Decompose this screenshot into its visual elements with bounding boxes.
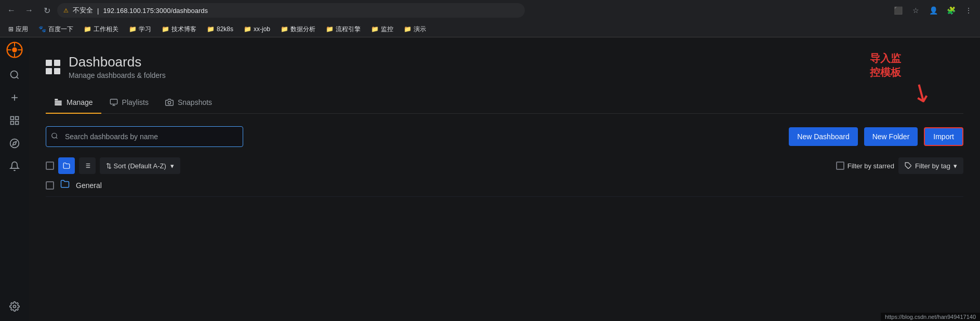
sidebar (0, 37, 29, 321)
address-bar[interactable]: ⚠ 不安全 | 192.168.100.175:3000/dashboards (57, 3, 525, 18)
baidu-icon: 🐾 (38, 25, 46, 33)
menu-icon[interactable]: ⋮ (961, 3, 976, 18)
bookmark-demo[interactable]: 📁 演示 (400, 23, 430, 35)
filter-tag-dropdown[interactable]: Filter by tag ▾ (898, 157, 963, 174)
page-title-row: Dashboards Manage dashboards & folders 导… (46, 54, 963, 79)
sort-dropdown[interactable]: ⇅ Sort (Default A-Z) ▾ (100, 157, 180, 174)
new-dashboard-button[interactable]: New Dashboard (789, 127, 857, 146)
annotation-text: 导入监控模板 (870, 51, 901, 79)
manage-icon (54, 98, 62, 106)
bookmark-monitor[interactable]: 📁 监控 (367, 23, 398, 35)
lock-icon: ⚠ (63, 7, 69, 14)
sidebar-item-add[interactable] (4, 87, 25, 108)
status-bar: https://blog.csdn.net/han949417140 (881, 313, 980, 321)
playlists-icon (110, 98, 118, 106)
extension-icon[interactable]: 🧩 (944, 3, 958, 18)
svg-point-24 (168, 101, 170, 104)
svg-rect-10 (11, 117, 14, 120)
profile-icon[interactable]: 👤 (926, 3, 941, 18)
sidebar-item-explore[interactable] (4, 133, 25, 154)
page-subtitle: Manage dashboards & folders (69, 71, 166, 79)
search-row: New Dashboard New Folder Import (46, 126, 963, 147)
bookmark-icon[interactable]: ☆ (908, 3, 923, 18)
bookmark-data[interactable]: 📁 数据分析 (276, 23, 320, 35)
svg-rect-20 (55, 104, 61, 105)
folder-icon-data: 📁 (281, 25, 288, 33)
folder-name[interactable]: General (76, 181, 102, 190)
bookmark-work[interactable]: 📁 工作相关 (80, 23, 123, 35)
folder-view-button[interactable] (58, 157, 75, 174)
bookmark-xxjob[interactable]: 📁 xx-job (240, 24, 274, 34)
app-container: Dashboards Manage dashboards & folders 导… (0, 37, 980, 321)
browser-actions: ⬛ ☆ 👤 🧩 ⋮ (891, 3, 976, 18)
item-checkbox[interactable] (46, 181, 54, 190)
address-text: 不安全 (73, 6, 93, 15)
sidebar-item-dashboard[interactable] (4, 110, 25, 131)
chevron-down-icon: ▾ (170, 162, 174, 170)
svg-rect-18 (55, 101, 61, 101)
import-button[interactable]: Import (924, 127, 963, 146)
sidebar-item-alerting[interactable] (4, 156, 25, 177)
svg-point-14 (10, 139, 19, 148)
svg-line-7 (17, 77, 19, 79)
folder-icon-work: 📁 (84, 25, 91, 33)
tag-chevron-icon: ▾ (953, 162, 957, 170)
filter-starred-label: Filter by starred (847, 162, 894, 170)
address-url-text: 192.168.100.175:3000/dashboards (103, 7, 208, 15)
svg-point-1 (12, 47, 17, 52)
svg-rect-13 (16, 122, 19, 125)
sidebar-item-search[interactable] (4, 64, 25, 85)
filter-tag-label: Filter by tag (915, 162, 950, 170)
forward-button[interactable]: → (22, 3, 36, 18)
folder-icon-demo: 📁 (404, 25, 412, 33)
folder-icon-flow: 📁 (326, 25, 334, 33)
list-view-button[interactable] (79, 157, 96, 174)
bookmark-k8s[interactable]: 📁 82k8s (203, 24, 237, 34)
main-content: Dashboards Manage dashboards & folders 导… (29, 37, 980, 321)
back-button[interactable]: ← (4, 3, 19, 18)
tab-snapshots-label: Snapshots (178, 98, 212, 106)
bookmark-study[interactable]: 📁 学习 (125, 23, 155, 35)
page-header: Dashboards Manage dashboards & folders 导… (29, 37, 980, 114)
bookmark-flow[interactable]: 📁 流程引擎 (322, 23, 365, 35)
tabs: Manage Playlists Snapshots (46, 92, 963, 114)
folder-icon-blog: 📁 (162, 25, 169, 33)
search-icon (51, 132, 58, 141)
folder-item-icon (60, 179, 70, 191)
svg-rect-21 (110, 99, 117, 104)
grafana-logo[interactable] (6, 42, 23, 58)
svg-line-26 (56, 137, 58, 139)
browser-toolbar: ← → ↻ ⚠ 不安全 | 192.168.100.175:3000/dashb… (0, 0, 980, 21)
tab-manage[interactable]: Manage (46, 92, 101, 114)
dashboards-icon (46, 60, 60, 74)
new-folder-button[interactable]: New Folder (864, 127, 918, 146)
tag-icon (905, 162, 912, 169)
sidebar-item-settings[interactable] (4, 296, 25, 317)
folder-icon-monitor: 📁 (371, 25, 379, 33)
folder-icon-study: 📁 (129, 25, 137, 33)
bookmark-apps[interactable]: ⊞ 应用 (4, 23, 32, 35)
svg-rect-17 (55, 99, 58, 100)
bookmark-blog[interactable]: 📁 技术博客 (157, 23, 201, 35)
svg-point-16 (14, 305, 16, 308)
page-title: Dashboards (69, 54, 166, 70)
reload-button[interactable]: ↻ (39, 3, 54, 18)
svg-rect-19 (55, 103, 61, 103)
tab-snapshots[interactable]: Snapshots (157, 92, 220, 114)
screenshot-icon[interactable]: ⬛ (891, 3, 905, 18)
folder-icon-k8s: 📁 (207, 25, 215, 33)
svg-rect-11 (16, 117, 19, 120)
select-all-checkbox[interactable] (46, 162, 54, 170)
sort-label: ⇅ Sort (Default A-Z) (106, 162, 166, 170)
filter-starred-checkbox[interactable] (836, 162, 844, 170)
svg-point-25 (52, 133, 57, 138)
svg-marker-15 (12, 141, 16, 145)
bookmark-baidu[interactable]: 🐾 百度一下 (34, 23, 77, 35)
status-url: https://blog.csdn.net/han949417140 (885, 314, 976, 320)
svg-point-6 (11, 71, 18, 78)
filter-starred-group: Filter by starred (836, 162, 894, 170)
tab-playlists[interactable]: Playlists (101, 92, 157, 114)
search-input[interactable] (46, 126, 243, 147)
address-url: | (97, 7, 99, 15)
browser-chrome: ← → ↻ ⚠ 不安全 | 192.168.100.175:3000/dashb… (0, 0, 980, 37)
